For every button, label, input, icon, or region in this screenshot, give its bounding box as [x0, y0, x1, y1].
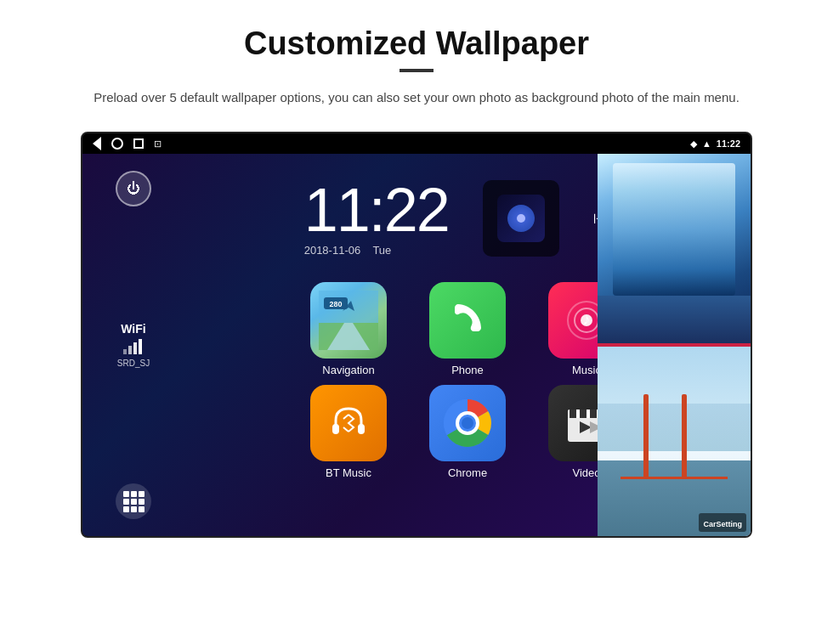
svg-text:280: 280 [329, 300, 342, 308]
date-value: 2018-11-06 [304, 244, 361, 257]
svg-rect-2 [133, 342, 137, 354]
bridge-left-tower [643, 394, 649, 479]
wifi-signal-icon [117, 337, 150, 357]
carsetting-label: CarSetting [699, 513, 746, 532]
wifi-info: WiFi SRD_SJ [117, 322, 150, 368]
wifi-label: WiFi [117, 322, 150, 336]
chrome-app-icon [429, 385, 506, 461]
video-app-label: Video [572, 466, 600, 479]
app-item-navigation[interactable]: 280 Navigation [293, 282, 404, 376]
bridge-landscape [598, 347, 751, 536]
day-value: Tue [372, 244, 391, 257]
wallpaper-top-preview[interactable] [598, 154, 751, 343]
status-bar: ⊡ ◆ ▲ 11:22 [82, 133, 751, 154]
navigation-app-icon: 280 [310, 282, 387, 359]
app-item-phone[interactable]: Phone [412, 282, 523, 376]
music-app-label: Music [572, 364, 601, 376]
svg-rect-15 [332, 424, 339, 434]
svg-rect-3 [139, 339, 142, 354]
back-button-icon[interactable] [93, 137, 101, 150]
svg-rect-0 [123, 349, 127, 354]
phone-app-label: Phone [451, 364, 484, 376]
chrome-app-label: Chrome [448, 466, 487, 479]
ice-base [598, 296, 751, 343]
chrome-icon-svg [442, 398, 493, 449]
svg-text:♪: ♪ [583, 311, 591, 328]
svg-rect-23 [570, 410, 576, 418]
device-frame: ⊡ ◆ ▲ 11:22 ⏻ WiFi [81, 132, 752, 538]
bt-music-app-label: BT Music [326, 466, 371, 479]
screen-content: ⏻ WiFi SRD_SJ [82, 154, 751, 536]
status-left: ⊡ [93, 137, 162, 150]
carsetting-text: CarSetting [703, 520, 742, 528]
svg-rect-1 [128, 346, 132, 354]
app-item-bt-music[interactable]: BT Music [293, 385, 404, 479]
status-time: 11:22 [717, 138, 740, 149]
page-title: Customized Wallpaper [51, 25, 782, 62]
bridge-deck [620, 477, 728, 479]
apps-button[interactable] [116, 483, 151, 519]
bridge-right-tower [682, 394, 687, 479]
media-widget [483, 180, 559, 257]
page-wrapper: Customized Wallpaper Preload over 5 defa… [0, 0, 833, 555]
phone-app-icon [429, 282, 506, 359]
power-icon: ⏻ [127, 181, 140, 196]
app-item-chrome[interactable]: Chrome [412, 385, 523, 479]
bt-music-app-icon [310, 385, 387, 461]
location-icon: ◆ [690, 138, 697, 150]
power-button[interactable]: ⏻ [116, 171, 151, 206]
wallpaper-previews: CarSetting [598, 154, 751, 536]
svg-rect-25 [590, 410, 597, 418]
ice-block [613, 163, 735, 296]
page-description: Preload over 5 default wallpaper options… [85, 88, 748, 108]
clock-section: 11:22 2018-11-06 Tue [304, 154, 632, 274]
wallpaper-bottom-preview[interactable]: CarSetting [598, 347, 751, 536]
title-divider [400, 69, 434, 72]
clock-display: 11:22 2018-11-06 Tue [304, 179, 449, 257]
phone-icon-svg [446, 299, 489, 342]
svg-point-20 [462, 417, 473, 429]
apps-grid-icon [123, 491, 144, 512]
bt-icon-svg [327, 402, 370, 444]
recents-button-icon[interactable] [133, 138, 144, 149]
screenshot-icon[interactable]: ⊡ [154, 138, 162, 150]
ice-landscape-image [598, 154, 751, 343]
status-right: ◆ ▲ 11:22 [690, 138, 740, 150]
bridge-distant [598, 404, 751, 451]
navigation-app-label: Navigation [322, 364, 374, 376]
svg-rect-16 [358, 424, 365, 434]
svg-rect-24 [580, 410, 586, 418]
sidebar: ⏻ WiFi SRD_SJ [82, 154, 184, 536]
navigation-icon-svg: 280 [319, 291, 378, 350]
media-album-art [497, 195, 545, 242]
date-display: 2018-11-06 Tue [304, 244, 449, 257]
media-disc [507, 205, 535, 232]
wifi-network-name: SRD_SJ [117, 359, 150, 368]
home-button-icon[interactable] [111, 138, 123, 150]
time-display: 11:22 [304, 179, 449, 240]
signal-icon: ▲ [702, 138, 711, 149]
media-disc-center [517, 214, 525, 223]
